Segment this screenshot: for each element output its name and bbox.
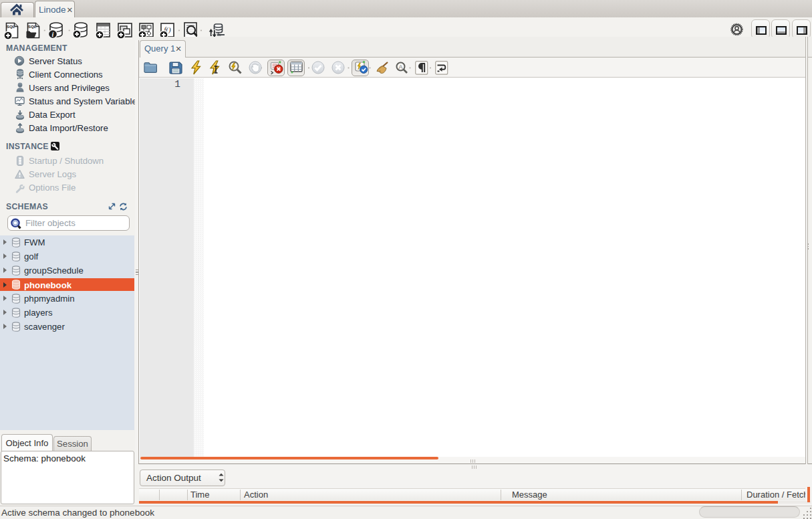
svg-text:i: i (52, 31, 54, 38)
svg-text:A: A (398, 64, 402, 70)
